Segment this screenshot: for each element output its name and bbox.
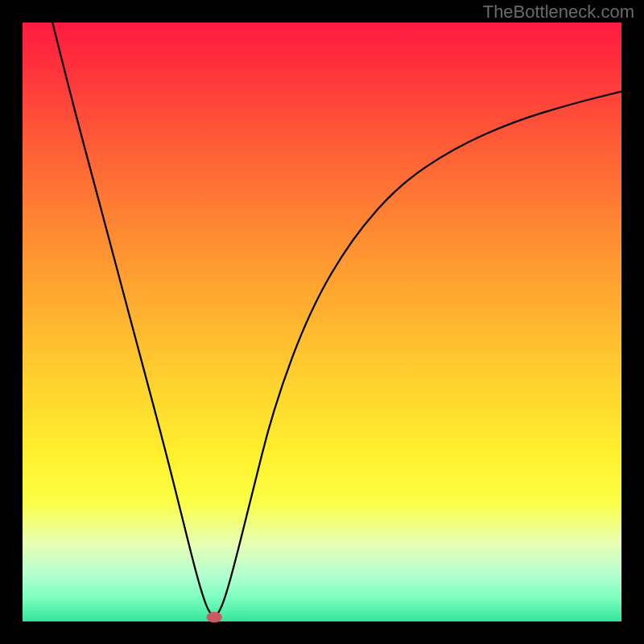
chart-frame: TheBottleneck.com bbox=[0, 0, 644, 644]
curve-svg bbox=[23, 23, 621, 621]
minimum-marker bbox=[206, 612, 221, 622]
plot-area bbox=[23, 23, 621, 621]
watermark-text: TheBottleneck.com bbox=[483, 2, 634, 23]
bottleneck-curve bbox=[52, 23, 621, 616]
